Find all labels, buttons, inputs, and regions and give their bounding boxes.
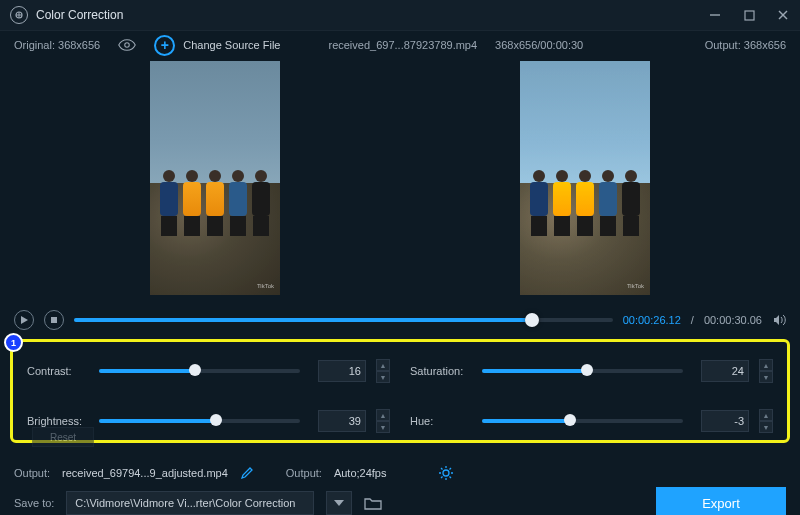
- output-settings-icon[interactable]: [438, 465, 454, 481]
- footer: Output: received_69794...9_adjusted.mp4 …: [0, 457, 800, 515]
- output-file-label: Output:: [14, 467, 50, 479]
- contrast-value[interactable]: 16: [318, 360, 366, 382]
- source-dims-duration: 368x656/00:00:30: [495, 39, 583, 51]
- contrast-step-up[interactable]: ▲: [376, 359, 390, 371]
- svg-rect-2: [745, 11, 754, 20]
- stop-button[interactable]: [44, 310, 64, 330]
- save-path-field[interactable]: C:\Vidmore\Vidmore Vi...rter\Color Corre…: [66, 491, 314, 515]
- time-duration: 00:00:30.06: [704, 314, 762, 326]
- change-source-button[interactable]: Change Source File: [183, 39, 280, 51]
- hue-row: Hue: -3 ▲▼: [410, 402, 773, 440]
- time-current: 00:00:26.12: [623, 314, 681, 326]
- play-button[interactable]: [14, 310, 34, 330]
- minimize-button[interactable]: [708, 8, 722, 22]
- contrast-step-down[interactable]: ▼: [376, 371, 390, 383]
- saturation-value[interactable]: 24: [701, 360, 749, 382]
- saturation-label: Saturation:: [410, 365, 474, 377]
- brightness-value[interactable]: 39: [318, 410, 366, 432]
- output-dims-label: Output: 368x656: [705, 39, 786, 51]
- preview-row: TikTok TikTok: [0, 59, 800, 303]
- hue-step-up[interactable]: ▲: [759, 409, 773, 421]
- hue-slider[interactable]: [482, 419, 683, 423]
- time-separator: /: [691, 314, 694, 326]
- color-correction-panel: Contrast: 16 ▲▼ Saturation: 24 ▲▼ Bright…: [10, 339, 790, 443]
- window-controls: [708, 8, 790, 22]
- svg-marker-9: [334, 500, 344, 506]
- preview-output: TikTok: [520, 61, 650, 295]
- saturation-row: Saturation: 24 ▲▼: [410, 352, 773, 390]
- topbar: Original: 368x656 + Change Source File r…: [0, 31, 800, 59]
- export-button[interactable]: Export: [656, 487, 786, 515]
- volume-icon[interactable]: [772, 313, 786, 327]
- add-source-icon[interactable]: +: [154, 35, 175, 56]
- saturation-step-down[interactable]: ▼: [759, 371, 773, 383]
- brightness-slider[interactable]: [99, 419, 300, 423]
- saturation-slider[interactable]: [482, 369, 683, 373]
- contrast-slider[interactable]: [99, 369, 300, 373]
- svg-point-8: [443, 470, 449, 476]
- app-logo-icon: [10, 6, 28, 24]
- brightness-label: Brightness:: [27, 415, 91, 427]
- brightness-step-up[interactable]: ▲: [376, 409, 390, 421]
- contrast-row: Contrast: 16 ▲▼: [27, 352, 390, 390]
- saturation-step-up[interactable]: ▲: [759, 359, 773, 371]
- titlebar: Color Correction: [0, 0, 800, 31]
- hue-value[interactable]: -3: [701, 410, 749, 432]
- output-format-label: Output:: [286, 467, 322, 479]
- edit-output-name-icon[interactable]: [240, 466, 254, 480]
- hue-label: Hue:: [410, 415, 474, 427]
- close-button[interactable]: [776, 8, 790, 22]
- save-to-label: Save to:: [14, 497, 54, 509]
- output-format-value: Auto;24fps: [334, 467, 387, 479]
- output-file-value: received_69794...9_adjusted.mp4: [62, 467, 228, 479]
- hue-step-down[interactable]: ▼: [759, 421, 773, 433]
- timeline-slider[interactable]: [74, 318, 613, 322]
- source-filename: received_697...87923789.mp4: [328, 39, 477, 51]
- original-dims-label: Original: 368x656: [14, 39, 100, 51]
- playback-bar: 00:00:26.12/00:00:30.06: [0, 303, 800, 337]
- svg-rect-7: [51, 317, 57, 323]
- window-title: Color Correction: [36, 8, 123, 22]
- maximize-button[interactable]: [742, 8, 756, 22]
- svg-marker-6: [21, 316, 28, 324]
- contrast-label: Contrast:: [27, 365, 91, 377]
- svg-point-5: [125, 43, 130, 48]
- reset-button[interactable]: Reset: [32, 427, 94, 447]
- brightness-step-down[interactable]: ▼: [376, 421, 390, 433]
- preview-original: TikTok: [150, 61, 280, 295]
- save-path-dropdown[interactable]: [326, 491, 352, 515]
- open-folder-icon[interactable]: [364, 496, 382, 510]
- callout-marker-1: 1: [4, 333, 23, 352]
- compare-eye-icon[interactable]: [118, 39, 136, 51]
